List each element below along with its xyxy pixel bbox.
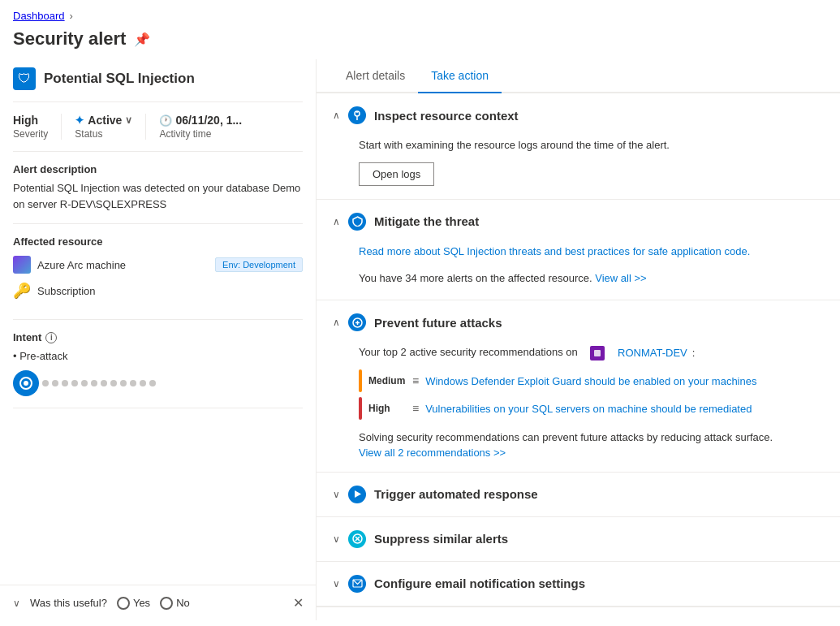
configure-email-chevron-icon: ∨ — [333, 578, 340, 589]
prevent-chevron-icon: ∧ — [333, 317, 340, 328]
severity-value: High — [13, 114, 48, 127]
tab-alert-details[interactable]: Alert details — [333, 59, 418, 93]
trigger-icon — [348, 486, 366, 503]
status-value: ✦ Active ∨ — [75, 114, 132, 127]
inspect-section: ∧ Inspect resource context Start with ex… — [317, 93, 840, 200]
timeline-dot-5 — [81, 380, 88, 386]
page-header: Security alert 📌 — [0, 25, 840, 59]
recommendation-row-1: High ≡ Vulnerabilities on your SQL serve… — [359, 397, 824, 420]
meta-divider-2 — [145, 114, 146, 140]
feedback-yes-option[interactable]: Yes — [117, 597, 150, 610]
alert-description-text: Potential SQL Injection was detected on … — [13, 180, 303, 212]
pin-icon[interactable]: 📌 — [134, 32, 150, 47]
meta-divider-1 — [61, 114, 62, 140]
feedback-close-button[interactable]: ✕ — [293, 595, 304, 611]
breadcrumb-dashboard[interactable]: Dashboard — [13, 10, 65, 22]
arc-machine-name: Azure Arc machine — [37, 259, 209, 271]
breadcrumb: Dashboard › — [0, 0, 840, 25]
timeline-dot-active — [13, 370, 39, 396]
subscription-key-icon: 🔑 — [13, 282, 31, 300]
prevent-resource-row: Your top 2 active security recommendatio… — [359, 344, 824, 361]
suppress-title: Suppress similar alerts — [374, 532, 508, 546]
trigger-header[interactable]: ∨ Trigger automated response — [317, 473, 840, 516]
recommendation-link-1[interactable]: Vulnerabilities on your SQL servers on m… — [425, 403, 752, 415]
mitigate-view-all-link[interactable]: View all >> — [595, 272, 646, 284]
recommendations-list: Medium ≡ Windows Defender Exploit Guard … — [359, 369, 824, 420]
prevent-description: Your top 2 active security recommendatio… — [359, 344, 578, 361]
activity-time-value: 🕐 06/11/20, 1... — [159, 114, 242, 127]
arc-machine-row: Azure Arc machine Env: Development — [13, 256, 303, 274]
alert-title-row: 🛡 Potential SQL Injection — [13, 59, 303, 102]
feedback-text: Was this useful? — [30, 597, 107, 609]
inspect-title: Inspect resource context — [374, 109, 519, 123]
main-container: 🛡 Potential SQL Injection High Severity … — [0, 59, 840, 620]
feedback-no-option[interactable]: No — [160, 597, 190, 610]
timeline-dot-7 — [101, 380, 107, 386]
alert-description-section: Alert description Potential SQL Injectio… — [13, 152, 303, 224]
prevent-resource-link[interactable]: RONMAT-DEV — [618, 347, 687, 359]
affected-resource-section: Affected resource Azure Arc machine Env:… — [13, 224, 303, 320]
next-action-bar: Next: Take Action >> — [317, 607, 840, 620]
mitigate-section: ∧ Mitigate the threat Read more about SQ… — [317, 200, 840, 301]
suppress-icon — [348, 530, 366, 548]
mitigate-header[interactable]: ∧ Mitigate the threat — [317, 200, 840, 244]
clock-icon: 🕐 — [159, 114, 172, 127]
suppress-header[interactable]: ∨ Suppress similar alerts — [317, 517, 840, 561]
mitigate-icon — [348, 213, 366, 231]
inspect-body: Start with examining the resource logs a… — [317, 137, 840, 199]
right-panel: Alert details Take action ∧ Inspect reso… — [317, 59, 840, 620]
recommendation-link-0[interactable]: Windows Defender Exploit Guard should be… — [425, 375, 756, 387]
view-all-recommendations-link[interactable]: View all 2 recommendations >> — [359, 447, 506, 459]
configure-email-header[interactable]: ∨ Configure email notification settings — [317, 562, 840, 606]
intent-title: Intent i — [13, 331, 303, 343]
intent-section: Intent i • Pre-attack — [13, 320, 303, 408]
status-chevron-icon[interactable]: ∨ — [125, 114, 132, 126]
recommendation-row-0: Medium ≡ Windows Defender Exploit Guard … — [359, 369, 824, 392]
svg-point-1 — [24, 381, 28, 386]
inspect-icon — [348, 106, 366, 124]
prevent-title: Prevent future attacks — [374, 316, 502, 330]
prevent-resource-icon — [590, 346, 605, 360]
email-icon — [348, 575, 366, 593]
breadcrumb-separator: › — [70, 10, 73, 22]
mitigate-link[interactable]: Read more about SQL Injection threats an… — [359, 245, 750, 257]
inspect-chevron-icon: ∧ — [333, 110, 340, 121]
intent-value: • Pre-attack — [13, 350, 303, 362]
mitigate-chevron-icon: ∧ — [333, 216, 340, 227]
affected-resource-title: Affected resource — [13, 235, 303, 248]
page-title: Security alert — [13, 28, 126, 50]
tabs-row: Alert details Take action — [317, 59, 840, 93]
configure-email-title: Configure email notification settings — [374, 576, 585, 590]
inspect-header[interactable]: ∧ Inspect resource context — [317, 93, 840, 137]
timeline-dot-3 — [62, 380, 68, 386]
severity-medium-label: Medium — [368, 375, 406, 386]
timeline-dot-9 — [120, 380, 127, 386]
status-spinner-icon: ✦ — [75, 114, 84, 127]
prevent-icon — [348, 313, 366, 331]
timeline-dot-11 — [140, 380, 146, 386]
severity-bar-medium — [359, 369, 362, 392]
timeline-dot-6 — [91, 380, 97, 386]
svg-point-4 — [356, 111, 358, 113]
prevent-header[interactable]: ∧ Prevent future attacks — [317, 300, 840, 344]
feedback-chevron-icon[interactable]: ∨ — [13, 598, 20, 609]
activity-time-meta: 🕐 06/11/20, 1... Activity time — [159, 114, 255, 140]
severity-high-label: High — [368, 403, 406, 414]
feedback-no-radio[interactable] — [160, 597, 173, 610]
prevent-body: Your top 2 active security recommendatio… — [317, 344, 840, 472]
alert-description-title: Alert description — [13, 163, 303, 175]
rec-lines-icon-1: ≡ — [412, 402, 419, 415]
mitigate-body: Read more about SQL Injection threats an… — [317, 244, 840, 300]
activity-time-label: Activity time — [159, 128, 242, 140]
open-logs-button[interactable]: Open logs — [359, 162, 434, 186]
subscription-row: 🔑 Subscription — [13, 282, 303, 300]
tab-take-action[interactable]: Take action — [418, 59, 502, 93]
inspect-body-text: Start with examining the resource logs a… — [359, 137, 824, 154]
mitigate-link-text: Read more about SQL Injection threats an… — [359, 244, 824, 261]
intent-timeline — [13, 370, 303, 396]
shield-icon: 🛡 — [13, 67, 36, 90]
feedback-yes-radio[interactable] — [117, 597, 130, 610]
trigger-title: Trigger automated response — [374, 487, 538, 501]
prevent-section: ∧ Prevent future attacks Your top 2 acti… — [317, 300, 840, 473]
intent-info-icon[interactable]: i — [45, 332, 57, 343]
